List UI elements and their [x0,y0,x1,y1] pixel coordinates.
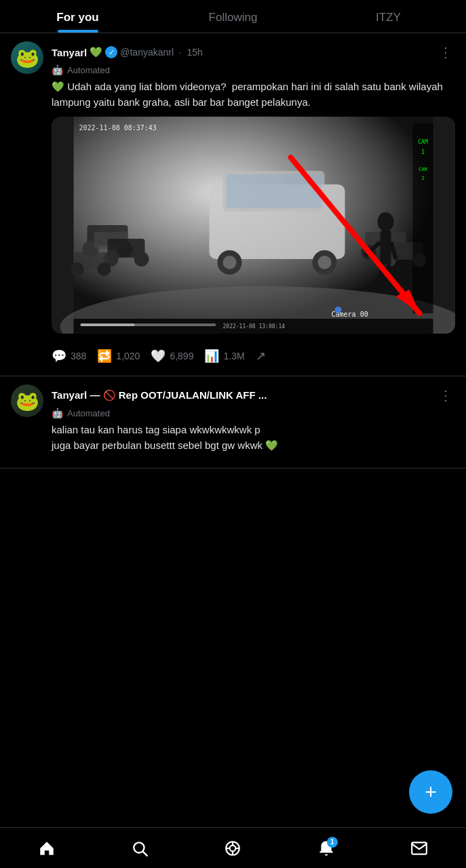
nav-messages[interactable] [405,834,433,863]
nav-home[interactable] [33,834,61,863]
svg-text:CAM: CAM [419,167,427,172]
tweet-2: 🐸 Tanyarl — 🚫 Rep OOT/JUALAN/LINK AFF ..… [0,376,466,469]
svg-rect-26 [381,231,391,264]
views-count: 1.3M [223,351,244,361]
bot-icon-1: 🤖 [52,64,63,75]
tweet-1-actions: 💬 388 🔁 1,020 🤍 6,899 📊 1.3M ↗ [52,342,455,368]
svg-text:2022-11-08 13:08:14: 2022-11-08 13:08:14 [223,323,286,330]
compose-button[interactable]: + [409,770,452,814]
tweet-1-header: Tanyarl 💚 ✓ @tanyakanrl · 15h ⋮ [52,41,455,63]
svg-point-25 [378,212,394,231]
verified-badge-1: ✓ [105,46,117,58]
bot-icon-2: 🤖 [52,408,63,418]
tweet-1-header-left: Tanyarl 💚 ✓ @tanyakanrl · 15h [52,46,203,58]
nav-notifications[interactable]: 1 [312,834,341,863]
svg-text:2022-11-08 08:37:43: 2022-11-08 08:37:43 [79,124,157,132]
tweet-2-header: Tanyarl — 🚫 Rep OOT/JUALAN/LINK AFF ... … [52,384,455,406]
svg-point-38 [335,307,342,313]
tweet-1-handle-time: @tanyakanrl · 15h [120,47,203,58]
tab-bar: For you Following ITZY [0,0,466,33]
more-options-1[interactable]: ⋮ [436,41,455,63]
communities-icon [224,840,241,857]
svg-text:1: 1 [421,149,425,155]
retweet-icon: 🔁 [97,349,112,363]
tab-for-you[interactable]: For you [0,0,155,33]
svg-point-15 [134,252,149,267]
comment-count: 388 [71,351,86,361]
svg-rect-8 [227,174,322,208]
nav-search[interactable] [125,834,154,863]
cctv-image: CAM 1 CAM 2 2022-11-08 08:37:43 Camera 0… [52,117,455,334]
tweet-1: 🐸 Tanyarl 💚 ✓ @tanyakanrl · 15h ⋮ 🤖 Auto… [0,33,466,376]
avatar-1[interactable]: 🐸 [11,41,43,74]
comment-icon: 💬 [52,349,66,363]
more-options-2[interactable]: ⋮ [436,384,455,406]
messages-icon [410,840,428,857]
svg-rect-41 [81,323,135,326]
tab-itzy[interactable]: ITZY [311,0,466,33]
share-icon: ↗ [256,349,266,363]
cctv-svg: CAM 1 CAM 2 2022-11-08 08:37:43 Camera 0… [52,117,455,334]
avatar-2[interactable]: 🐸 [11,384,43,417]
tweet-1-username[interactable]: Tanyarl [52,47,87,58]
retweet-count: 1,020 [116,351,140,361]
home-icon [38,840,56,857]
like-count: 6,899 [170,351,193,361]
tweet-1-media[interactable]: CAM 1 CAM 2 2022-11-08 08:37:43 Camera 0… [52,117,455,334]
notifications-badge: 1 [327,837,338,848]
share-action[interactable]: ↗ [256,344,277,368]
svg-point-5 [223,256,237,269]
automated-label-2: 🤖 Automated [52,408,455,418]
bottom-nav: 1 [0,827,466,868]
tweet-1-body: Tanyarl 💚 ✓ @tanyakanrl · 15h ⋮ 🤖 Automa… [52,41,455,368]
tweet-2-text: kalian tau kan harus tag siapa wkwkwkwkw… [52,422,455,453]
views-icon: 📊 [204,349,219,363]
svg-point-48 [230,845,236,851]
tweet-1-heart: 💚 [90,46,102,58]
svg-text:CAM: CAM [418,139,428,145]
automated-label-1: 🤖 Automated [52,64,455,75]
heart-icon: 🤍 [151,349,166,363]
svg-point-17 [71,262,84,276]
retweet-action[interactable]: 🔁 1,020 [97,344,151,368]
tweet-2-header-left: Tanyarl — 🚫 Rep OOT/JUALAN/LINK AFF ... [52,389,436,401]
svg-line-46 [143,851,147,855]
svg-point-18 [98,262,111,276]
like-action[interactable]: 🤍 6,899 [151,344,204,368]
search-icon [131,840,149,857]
nav-communities[interactable] [218,834,247,863]
tab-following[interactable]: Following [155,0,311,33]
views-action[interactable]: 📊 1.3M [204,344,255,368]
tweet-2-username[interactable]: Tanyarl — 🚫 Rep OOT/JUALAN/LINK AFF ... [52,389,267,401]
comment-action[interactable]: 💬 388 [52,344,97,368]
tweet-2-body: Tanyarl — 🚫 Rep OOT/JUALAN/LINK AFF ... … [52,384,455,460]
svg-text:2: 2 [421,176,424,181]
tweet-1-text: 💚 Udah ada yang liat blom videonya? pera… [52,79,455,110]
svg-point-7 [318,256,332,269]
